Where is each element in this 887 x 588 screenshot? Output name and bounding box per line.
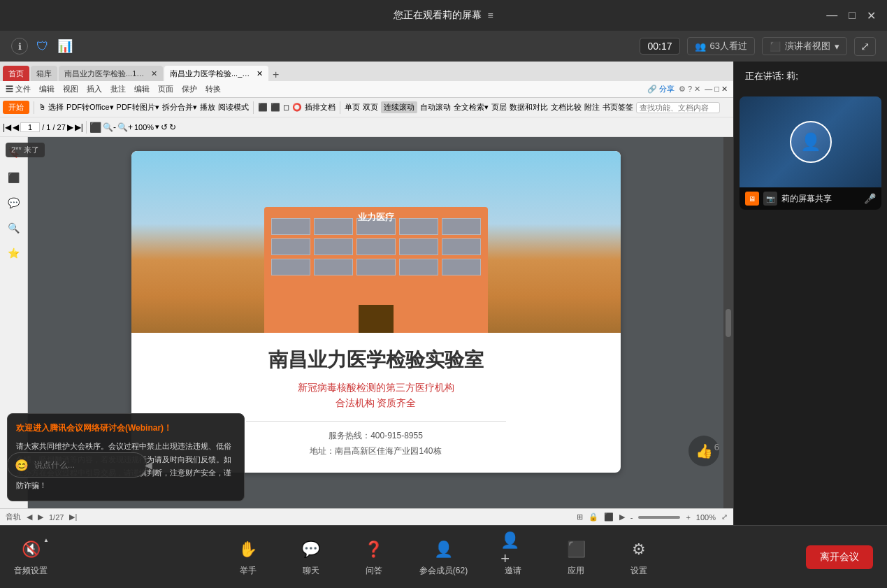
minimize-btn[interactable]: — — [826, 9, 837, 22]
status-icon1[interactable]: ⊞ — [577, 512, 583, 522]
tool-auto-scroll[interactable]: 自动滚动 — [420, 102, 451, 113]
tool-pdf-office[interactable]: PDF转Office▾ — [66, 102, 114, 113]
share-btn[interactable]: 🔗 分享 — [647, 84, 675, 94]
join-notification: 2** 来了 — [28, 143, 45, 157]
status-zoom-out[interactable]: - — [630, 513, 633, 522]
menu-view[interactable]: 视图 — [63, 84, 78, 94]
status-zoom-in[interactable]: + — [686, 513, 690, 522]
window-cell — [399, 238, 438, 255]
audio-settings-tool[interactable]: 🔇 ▲ 音频设置 — [14, 537, 48, 577]
leave-btn[interactable]: 离开会议 — [806, 545, 873, 569]
status-icon3[interactable]: ⬛ — [604, 512, 614, 522]
tool-notes[interactable]: 附注 — [584, 102, 600, 113]
tool-scroll[interactable]: 连续滚动 — [381, 101, 417, 113]
members-tool[interactable]: 👤 参会成员(62) — [419, 537, 468, 577]
chat-tool[interactable]: 💬 聊天 — [294, 537, 329, 577]
nav-next[interactable]: ▶ — [67, 122, 73, 132]
status-icon4[interactable]: ▶ — [619, 512, 625, 522]
tool-double[interactable]: 双页 — [363, 102, 378, 113]
status-zoom-slider[interactable] — [638, 516, 680, 519]
zoom-dropdown[interactable]: ▾ — [155, 122, 159, 131]
tool-select[interactable]: 🖱 选择 — [38, 102, 64, 113]
settings-tool[interactable]: ⚙ 设置 — [621, 537, 656, 577]
tool-read-mode[interactable]: 阅读模式 — [218, 102, 249, 113]
maximize-btn[interactable]: □ — [849, 9, 856, 22]
fullscreen-btn[interactable]: ⤢ — [854, 37, 876, 56]
fit-page[interactable]: ⬛ — [89, 122, 101, 133]
sidebar-search[interactable]: 🔍 — [4, 218, 24, 238]
nav-next-end[interactable]: ▶| — [75, 122, 83, 132]
new-tab-btn[interactable]: + — [270, 69, 282, 81]
tool-nav1[interactable]: ⬛ — [258, 103, 268, 112]
sidebar-comment[interactable]: 💬 — [4, 193, 24, 213]
tab-doc2[interactable]: 南昌业力医学检验..._学科介绍.pdf ✕ — [164, 66, 268, 81]
tool-compare2[interactable]: 文档比较 — [551, 102, 582, 113]
menu-edit2[interactable]: 编辑 — [134, 84, 150, 94]
status-nav-end[interactable]: ▶| — [69, 512, 77, 522]
rotate-right[interactable]: ↻ — [169, 122, 176, 132]
menu-file[interactable]: ☰ 文件 — [6, 84, 31, 94]
qa-tool[interactable]: ❓ 问答 — [356, 537, 391, 577]
menu-protect[interactable]: 保护 — [182, 84, 197, 94]
tool-nav3[interactable]: ◻ — [283, 103, 289, 112]
stats-icon[interactable]: 📊 — [57, 38, 73, 54]
info-icon[interactable]: ℹ — [11, 38, 28, 55]
nav-prev[interactable]: ◀ — [13, 122, 19, 132]
chat-input[interactable] — [34, 460, 139, 470]
qa-label: 问答 — [366, 565, 382, 577]
chat-send-arrow[interactable]: ◀ — [145, 459, 152, 471]
viewers-count: 👥 63人看过 — [687, 37, 755, 55]
tab-home[interactable]: 首页 — [3, 66, 29, 81]
tool-merge[interactable]: 拆分合并▾ — [162, 102, 197, 113]
pdf-content[interactable]: 业力医疗 南昌业力医学检验实验室 新冠病毒核酸检测的第三方医疗机构 合法机构 资… — [28, 137, 723, 508]
close-btn[interactable]: ✕ — [867, 9, 876, 22]
start-btn[interactable]: 开始 — [3, 101, 29, 114]
tool-pdf-image[interactable]: PDF转图片▾ — [117, 102, 159, 113]
timer: 00:17 — [640, 38, 679, 55]
tool-single[interactable]: 单页 — [345, 102, 360, 113]
status-icon2[interactable]: 🔒 — [589, 512, 598, 522]
hand-tool[interactable]: ✋ 举手 — [231, 537, 266, 577]
menu-annotate[interactable]: 批注 — [110, 84, 126, 94]
mic-icon: 🎤 — [864, 193, 876, 204]
sidebar-thumbnail[interactable]: ⬛ — [4, 168, 24, 187]
invite-tool[interactable]: 👤+ 邀请 — [496, 537, 531, 577]
tab-doc1-close[interactable]: ✕ — [151, 69, 157, 78]
status-fullscreen[interactable]: ⤢ — [721, 512, 728, 522]
scroll-handle[interactable] — [723, 137, 733, 508]
shield-icon[interactable]: 🛡 — [36, 39, 49, 54]
menu-icon[interactable]: ≡ — [487, 10, 493, 21]
apps-tool[interactable]: ⬛ 应用 — [558, 537, 593, 577]
window-resize[interactable]: — □ ✕ — [705, 85, 728, 94]
sidebar-star[interactable]: ⭐ — [4, 243, 24, 263]
tab-library[interactable]: 箱库 — [31, 66, 57, 81]
tool-play[interactable]: 播放 — [200, 102, 215, 113]
search-input[interactable] — [636, 102, 720, 113]
menu-insert[interactable]: 插入 — [87, 84, 102, 94]
pdf-page-image: 业力医疗 — [131, 151, 621, 333]
building-windows — [271, 218, 481, 275]
zoom-in[interactable]: 🔍+ — [117, 122, 133, 132]
status-nav-next[interactable]: ▶ — [38, 512, 43, 522]
nav-prev-start[interactable]: |◀ — [3, 122, 11, 132]
tool-nav4[interactable]: ⭕ — [292, 103, 302, 112]
emoji-icon[interactable]: 😊 — [28, 459, 29, 472]
presenter-view-btn[interactable]: ⬛ 演讲者视图 ▾ — [762, 37, 847, 55]
menu-page[interactable]: 页面 — [158, 84, 173, 94]
tool-bookmarks[interactable]: 书页签签 — [603, 102, 633, 113]
page-input[interactable] — [20, 122, 40, 132]
tool-text[interactable]: 插排文档 — [305, 102, 336, 113]
tool-fulltext[interactable]: 全文检索▾ — [454, 102, 489, 113]
tool-nav2[interactable]: ⬛ — [271, 103, 280, 112]
control-right: 00:17 👥 63人看过 ⬛ 演讲者视图 ▾ ⤢ — [640, 37, 876, 56]
tab-doc2-close[interactable]: ✕ — [257, 69, 263, 78]
tab-doc1[interactable]: 南昌业力医学检验...13医学检验介绍 ✕ — [59, 66, 163, 81]
menu-convert[interactable]: 转换 — [205, 84, 221, 94]
tool-layers[interactable]: 页层 — [491, 102, 507, 113]
tool-compare[interactable]: 数据和对比 — [510, 102, 548, 113]
menu-edit1[interactable]: 编辑 — [39, 84, 55, 94]
zoom-out[interactable]: 🔍- — [103, 122, 116, 132]
rotate-left[interactable]: ↺ — [161, 122, 168, 132]
status-page: 1/27 — [49, 513, 64, 522]
status-nav-prev[interactable]: ◀ — [27, 512, 32, 522]
